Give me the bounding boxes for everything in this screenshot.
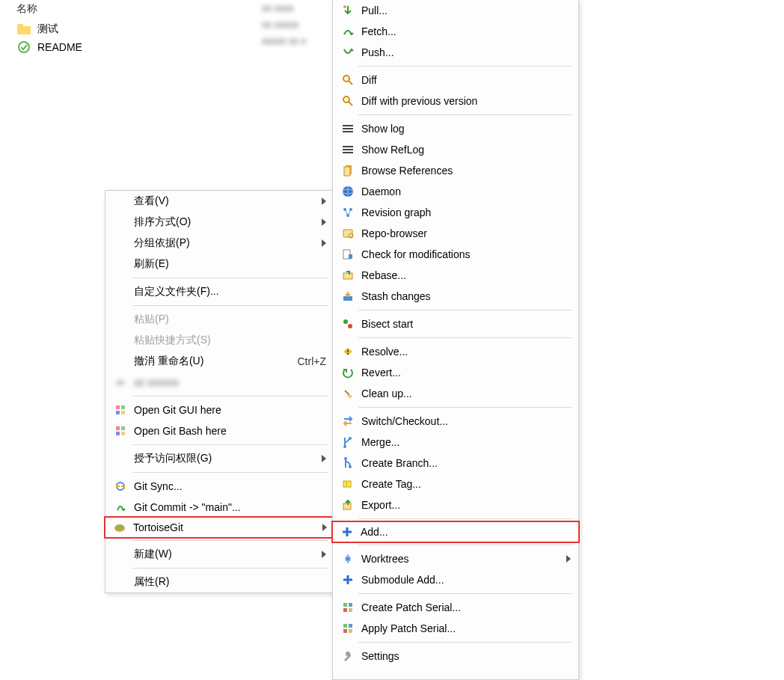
menu-stash[interactable]: Stash changes (333, 286, 578, 307)
menu-settings[interactable]: Settings (333, 646, 578, 667)
menu-cleanup[interactable]: Clean up... (333, 383, 578, 404)
menu-check-modifications[interactable]: Check for modifications (333, 244, 578, 265)
svg-rect-25 (344, 167, 350, 176)
folder-icon (16, 22, 31, 37)
menu-create-patch[interactable]: Create Patch Serial... (333, 597, 578, 618)
svg-rect-35 (349, 254, 352, 259)
menu-revision-graph[interactable]: Revision graph (333, 202, 578, 223)
chevron-right-icon (322, 524, 327, 531)
menu-push[interactable]: Push... (333, 42, 578, 63)
blank-icon (111, 354, 129, 369)
plus-icon (338, 524, 356, 539)
separator (132, 568, 328, 569)
menu-properties[interactable]: 属性(R) (105, 572, 334, 592)
worktree-icon (339, 551, 357, 566)
menu-undo-rename[interactable]: 撤消 重命名(U) Ctrl+Z (105, 351, 334, 372)
svg-point-16 (343, 97, 349, 102)
menu-bisect[interactable]: Bisect start (333, 313, 578, 334)
menu-diff[interactable]: Diff (333, 70, 578, 91)
git-bash-icon (111, 423, 129, 438)
menu-sort[interactable]: 排序方式(O) (105, 212, 334, 233)
menu-submodule-add[interactable]: Submodule Add... (333, 569, 578, 590)
svg-point-2 (19, 42, 29, 52)
separator (358, 66, 572, 67)
blank-icon (111, 257, 129, 272)
menu-browse-refs[interactable]: Browse References (333, 160, 578, 181)
separator (358, 337, 572, 338)
svg-point-43 (343, 445, 346, 448)
menu-rebase[interactable]: Rebase... (333, 265, 578, 286)
svg-rect-54 (343, 603, 347, 607)
menu-add[interactable]: Add... (332, 521, 579, 542)
menu-view[interactable]: 查看(V) (105, 191, 334, 212)
menu-switch-checkout[interactable]: Switch/Checkout... (333, 411, 578, 432)
svg-rect-10 (121, 432, 125, 435)
menu-show-log[interactable]: Show log (333, 118, 578, 139)
repo-icon (339, 226, 357, 241)
shortcut-text: Ctrl+Z (290, 355, 327, 367)
bisect-icon (339, 316, 357, 331)
menu-tortoisegit[interactable]: TortoiseGit (105, 517, 334, 538)
reflog-icon (339, 142, 357, 157)
blank-icon (111, 236, 129, 251)
svg-rect-56 (343, 608, 347, 612)
commit-icon (111, 500, 129, 515)
svg-point-45 (344, 457, 347, 460)
menu-apply-patch[interactable]: Apply Patch Serial... (333, 618, 578, 639)
menu-revert[interactable]: Revert... (333, 362, 578, 383)
separator (358, 518, 572, 519)
menu-daemon[interactable]: Daemon (333, 181, 578, 202)
blank-icon (111, 284, 129, 299)
menu-resolve[interactable]: Resolve... (333, 341, 578, 362)
svg-line-15 (349, 81, 352, 85)
svg-point-38 (343, 319, 348, 324)
menu-show-reflog[interactable]: Show RefLog (333, 139, 578, 160)
separator (358, 407, 572, 408)
menu-git-sync[interactable]: Git Sync... (105, 476, 334, 497)
sync-icon (111, 479, 129, 494)
svg-point-39 (348, 324, 352, 328)
menu-refresh[interactable]: 刷新(E) (105, 254, 334, 275)
tag-icon: T (339, 477, 357, 491)
menu-git-gui[interactable]: Open Git GUI here (105, 399, 334, 420)
file-listing: 名称 测试 README xx xxxx xx xxxxx xxxxx xx x (7, 0, 329, 56)
blank-icon (111, 215, 129, 230)
svg-rect-60 (343, 629, 347, 633)
svg-rect-41 (347, 353, 349, 355)
menu-export[interactable]: Export... (333, 494, 578, 515)
menu-worktrees[interactable]: Worktrees (333, 548, 578, 569)
menu-git-bash[interactable]: Open Git Bash here (105, 420, 334, 441)
blurred-icon: ▪▪ (111, 375, 129, 390)
separator (358, 114, 572, 115)
separator (132, 396, 328, 396)
svg-rect-61 (349, 629, 352, 633)
menu-git-commit[interactable]: Git Commit -> "main"... (105, 497, 334, 518)
svg-rect-40 (347, 349, 349, 352)
menu-diff-prev[interactable]: Diff with previous version (333, 91, 578, 111)
menu-group[interactable]: 分组依据(P) (105, 233, 334, 254)
wrench-icon (339, 649, 357, 664)
separator (132, 444, 328, 445)
menu-customize-folder[interactable]: 自定义文件夹(F)... (105, 281, 334, 302)
menu-grant-access[interactable]: 授予访问权限(G) (105, 448, 334, 469)
plus-icon (339, 572, 357, 587)
blurred-column: xx xxxx xx xxxxx xxxxx xx x (262, 0, 306, 49)
menu-create-tag[interactable]: T Create Tag... (333, 474, 578, 494)
git-gui-icon (111, 402, 129, 417)
svg-rect-59 (349, 624, 352, 628)
menu-repo-browser[interactable]: Repo-browser (333, 223, 578, 244)
menu-fetch[interactable]: Fetch... (333, 21, 578, 42)
separator (132, 305, 328, 306)
chevron-right-icon (322, 218, 326, 226)
svg-point-12 (116, 525, 123, 530)
menu-pull[interactable]: Pull... (333, 0, 578, 21)
menu-blurred-item[interactable]: ▪▪ xx xxxxxx (105, 372, 334, 393)
menu-new[interactable]: 新建(W) (105, 544, 334, 565)
globe-icon (339, 184, 357, 199)
menu-merge[interactable]: Merge... (333, 432, 578, 453)
menu-paste-shortcut: 粘贴快捷方式(S) (105, 330, 334, 351)
menu-create-branch[interactable]: Create Branch... (333, 453, 578, 474)
chevron-right-icon (322, 239, 326, 247)
revert-icon (339, 365, 357, 380)
svg-point-46 (349, 465, 352, 468)
